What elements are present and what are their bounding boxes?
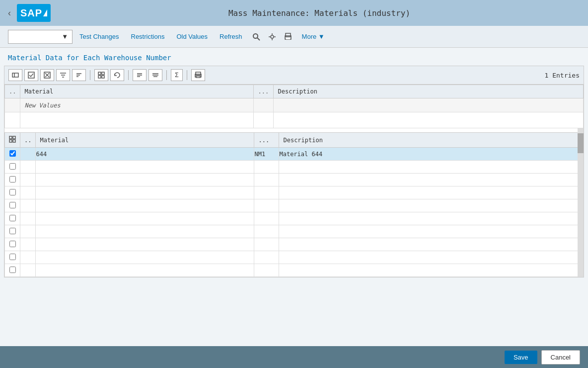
table-row (5, 264, 584, 277)
undo-button[interactable] (110, 69, 124, 81)
row-checkbox[interactable] (9, 254, 16, 260)
row-checkbox-cell[interactable] (5, 174, 20, 186)
svg-rect-24 (98, 76, 101, 78)
row-checkbox-cell[interactable] (5, 238, 20, 251)
old-values-button[interactable]: Old Values (171, 31, 213, 42)
row-checkbox[interactable] (9, 189, 16, 195)
entries-label: 1 Entries (545, 72, 580, 79)
svg-rect-9 (286, 38, 290, 39)
row-checkbox[interactable] (9, 150, 16, 157)
row-checkbox-cell[interactable] (5, 212, 20, 225)
more-button[interactable]: More ▼ (297, 31, 330, 42)
restrictions-button[interactable]: Restrictions (126, 31, 170, 42)
more-arrow-icon: ▼ (318, 33, 325, 40)
row-checkbox-cell[interactable] (5, 251, 20, 264)
back-button[interactable]: ‹ (8, 8, 11, 18)
row-checkbox[interactable] (9, 176, 16, 183)
print-icon-button[interactable] (281, 31, 295, 43)
toolbar-divider3 (166, 70, 167, 80)
table-row (5, 199, 584, 212)
row-checkbox[interactable] (9, 241, 16, 247)
row-col3-cell (254, 199, 279, 212)
align-center-button[interactable] (148, 69, 162, 81)
table-row (5, 161, 584, 174)
toolbar-dropdown[interactable]: ▼ (8, 30, 73, 44)
svg-point-2 (271, 35, 274, 38)
nv-description-cell[interactable] (274, 98, 584, 112)
row-col4-cell (279, 186, 584, 199)
row-col2-cell (36, 186, 254, 199)
row-checkbox-cell[interactable] (5, 161, 20, 174)
sum-button[interactable]: Σ (171, 69, 183, 81)
row-checkbox-cell[interactable] (5, 225, 20, 238)
row-col4-cell (279, 264, 584, 277)
nv-dots-cell (5, 98, 20, 112)
svg-rect-32 (196, 72, 201, 75)
row-checkbox-cell[interactable] (5, 186, 20, 199)
row-checkbox[interactable] (9, 228, 16, 234)
data-col-dots2-header: ... (254, 133, 279, 148)
row-col2-cell (36, 212, 254, 225)
data-col-description-header: Description (279, 133, 584, 148)
group-button[interactable] (94, 69, 108, 81)
filter-button[interactable] (56, 69, 70, 81)
refresh-button[interactable]: Refresh (215, 31, 247, 42)
row-col2-cell (36, 251, 254, 264)
print-table-button[interactable] (191, 69, 205, 81)
table-row (5, 212, 584, 225)
svg-rect-38 (13, 140, 15, 142)
svg-rect-34 (196, 76, 200, 78)
row-col3-cell (254, 174, 279, 186)
sap-logo: SAP (17, 4, 51, 22)
row-checkbox[interactable] (9, 215, 16, 221)
row-checkbox-cell[interactable] (5, 264, 20, 277)
row-col2-cell (36, 238, 254, 251)
customize-icon-button[interactable] (265, 31, 279, 43)
col-dots-header: .. (5, 85, 20, 98)
align-left-button[interactable] (133, 69, 147, 81)
row-col3-cell (254, 161, 279, 174)
sort-button[interactable] (72, 69, 86, 81)
row-col2-cell: 644 (36, 148, 254, 161)
header: ‹ SAP Mass Maintenance: Materials (indus… (0, 0, 588, 26)
row-checkbox-cell[interactable] (5, 148, 20, 161)
scrollbar-thumb[interactable] (578, 133, 584, 153)
scrollbar-track[interactable] (578, 128, 584, 277)
toolbar-divider4 (187, 70, 187, 80)
svg-line-1 (257, 38, 260, 40)
svg-rect-10 (12, 73, 18, 77)
row-col4-cell (279, 212, 584, 225)
sap-logo-text: SAP (20, 7, 42, 19)
row-col4-cell: Material 644 (279, 148, 584, 161)
toolbar-divider (90, 70, 90, 80)
main-toolbar: ▼ Test Changes Restrictions Old Values R… (0, 26, 588, 48)
test-changes-button[interactable]: Test Changes (74, 31, 124, 42)
row-col1-cell (20, 225, 36, 238)
row-checkbox[interactable] (9, 202, 16, 208)
more-label: More (302, 33, 317, 40)
row-col1-cell (20, 174, 36, 186)
select-all-button[interactable] (24, 69, 38, 81)
row-col2-cell (36, 174, 254, 186)
table-row (5, 186, 584, 199)
search-icon-button[interactable] (249, 31, 263, 43)
nv-material-cell[interactable]: New Values (20, 98, 254, 112)
table-row: 644NM1Material 644 (5, 148, 584, 161)
row-col4-cell (279, 161, 584, 174)
new-values-row: New Values (5, 98, 584, 112)
data-table-container: .. Material ... Description 644NM1Materi… (4, 128, 584, 277)
row-col2-cell (36, 264, 254, 277)
row-col3-cell (254, 251, 279, 264)
table-settings-button[interactable] (8, 69, 22, 81)
row-checkbox-cell[interactable] (5, 199, 20, 212)
deselect-all-button[interactable] (40, 69, 54, 81)
row-col3-cell (254, 225, 279, 238)
row-col3-cell (254, 186, 279, 199)
new-values-table: .. Material ... Description New Values (4, 85, 584, 128)
row-checkbox[interactable] (9, 267, 16, 273)
svg-rect-35 (9, 136, 12, 139)
row-col1-cell (20, 212, 36, 225)
svg-rect-36 (13, 136, 15, 139)
row-col4-cell (279, 238, 584, 251)
row-checkbox[interactable] (9, 163, 16, 170)
